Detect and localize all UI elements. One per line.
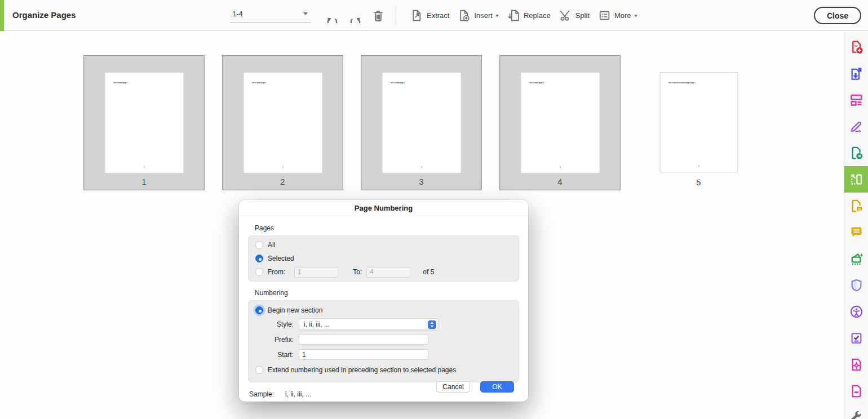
- export-pdf-tool[interactable]: [844, 60, 868, 87]
- cancel-button[interactable]: Cancel: [436, 381, 470, 393]
- ok-button[interactable]: OK: [480, 381, 514, 393]
- insert-label: Insert: [474, 11, 493, 20]
- organize-pages-tool[interactable]: [844, 166, 868, 193]
- more-list-icon: [597, 8, 612, 23]
- request-signatures-tool[interactable]: [844, 193, 868, 219]
- numbering-group: Begin new section Style: i, ii, iii, ...…: [248, 300, 519, 382]
- dialog-title: Page Numbering: [239, 200, 528, 216]
- page-body-text: This is demo page 4: [529, 82, 543, 84]
- page-body-text: This is demo page 2: [251, 82, 266, 84]
- chevron-down-icon: [495, 15, 499, 17]
- split-label: Split: [575, 11, 590, 20]
- scan-ocr-tool[interactable]: [844, 246, 868, 272]
- add-tools-button[interactable]: [844, 404, 868, 419]
- page-preview: This is demo page 2 2: [243, 73, 322, 173]
- prefix-input[interactable]: [299, 334, 428, 345]
- chevron-down-icon: [634, 15, 637, 17]
- page-preview: This is demo page 1 1: [105, 73, 183, 173]
- accessibility-tool[interactable]: [844, 298, 868, 325]
- page-thumbnail-3[interactable]: This is demo page 3 3 3: [361, 55, 482, 190]
- extend-numbering-label: Extend numbering used in preceding secti…: [268, 366, 456, 374]
- select-stepper-icon: [428, 320, 436, 329]
- from-input[interactable]: [294, 267, 338, 278]
- insert-button[interactable]: Insert: [457, 8, 499, 23]
- thumbnail-label: 1: [84, 177, 204, 186]
- compress-pdf-tool[interactable]: [844, 351, 868, 378]
- style-select-value: i, ii, iii, ...: [304, 320, 330, 328]
- begin-new-section-radio[interactable]: [255, 306, 263, 314]
- all-radio[interactable]: [255, 241, 263, 249]
- chevron-down-icon: [303, 12, 308, 15]
- rotate-left-button[interactable]: [325, 8, 340, 23]
- scan-ocr-icon: [849, 251, 864, 266]
- compress-pdf-icon: [849, 357, 864, 372]
- page-footer-number: 5: [679, 165, 718, 167]
- numbering-section-label: Numbering: [255, 289, 519, 297]
- page-preview: This is demo page 3 3: [382, 73, 460, 173]
- page-body-text: This is demo page 3: [390, 82, 405, 84]
- thumbnail-label: 4: [500, 177, 620, 186]
- start-input[interactable]: [299, 349, 428, 360]
- selected-radio[interactable]: [255, 255, 263, 262]
- edit-pdf-tool[interactable]: [844, 87, 868, 113]
- extract-button[interactable]: Extract: [410, 8, 449, 23]
- organize-pages-icon: [849, 172, 864, 187]
- from-label: From:: [268, 268, 285, 276]
- comment-tool[interactable]: [844, 219, 868, 246]
- begin-new-section-label: Begin new section: [268, 306, 322, 314]
- toolbar-separator: [396, 7, 396, 24]
- page-preview: This is demo page 4 4: [521, 73, 599, 173]
- more-label: More: [614, 11, 631, 20]
- page-thumbnail-2[interactable]: This is demo page 2 2 2: [222, 55, 343, 190]
- page-numbering-dialog: Page Numbering Pages All Selected From: …: [239, 200, 528, 402]
- prepare-form-tool[interactable]: [844, 325, 868, 351]
- replace-button[interactable]: Replace: [507, 8, 551, 23]
- start-label: Start:: [255, 351, 294, 359]
- to-input[interactable]: [366, 267, 410, 278]
- shield-icon: [849, 278, 864, 293]
- from-radio[interactable]: [255, 268, 263, 276]
- page-footer-number: 3: [402, 166, 441, 168]
- redact-icon: [849, 384, 864, 399]
- page-thumbnail-1[interactable]: This is demo page 1 1 1: [83, 55, 205, 190]
- insert-icon: [457, 8, 471, 23]
- accessibility-icon: [849, 304, 864, 319]
- page-thumbnail-5[interactable]: This is the extra content page, page 5 5…: [638, 55, 759, 190]
- document-comment-icon: [849, 198, 864, 213]
- page-range-dropdown[interactable]: 1-4: [230, 8, 311, 23]
- share-pdf-tool[interactable]: [844, 140, 868, 166]
- page-range-value: 1-4: [232, 10, 243, 18]
- more-button[interactable]: More: [597, 8, 637, 23]
- create-pdf-tool[interactable]: [844, 34, 868, 60]
- replace-label: Replace: [524, 11, 551, 20]
- create-pdf-icon: [849, 39, 864, 55]
- style-label: Style:: [255, 320, 294, 328]
- export-pdf-icon: [849, 66, 864, 81]
- page-body-text: This is demo page 1: [113, 82, 127, 84]
- pages-section-label: Pages: [255, 224, 519, 232]
- rotate-right-button[interactable]: [348, 8, 363, 23]
- split-scissors-icon: [559, 8, 573, 23]
- replace-icon: [507, 8, 521, 23]
- of-total-label: of 5: [423, 268, 434, 276]
- page-body-text: This is the extra content page, page 5: [668, 82, 695, 84]
- top-toolbar: Organize Pages 1-4: [0, 0, 868, 31]
- close-button[interactable]: Close: [814, 7, 861, 24]
- redact-tool[interactable]: [844, 378, 868, 404]
- page-thumbnail-4[interactable]: This is demo page 4 4 4: [499, 55, 621, 190]
- extend-numbering-radio[interactable]: [255, 366, 263, 374]
- page-preview: This is the extra content page, page 5 5: [659, 72, 738, 172]
- fill-and-sign-tool[interactable]: [844, 113, 868, 140]
- prefix-label: Prefix:: [255, 336, 294, 344]
- wrench-plus-icon: [849, 410, 864, 419]
- checkbox-form-icon: [849, 331, 864, 346]
- fill-sign-pen-icon: [849, 119, 864, 134]
- split-button[interactable]: Split: [559, 8, 590, 23]
- edit-pdf-icon: [849, 92, 864, 108]
- trash-icon: [371, 8, 386, 23]
- delete-pages-button[interactable]: [371, 8, 386, 23]
- style-select[interactable]: i, ii, iii, ...: [299, 318, 439, 330]
- protect-tool[interactable]: [844, 272, 868, 298]
- thumbnail-label: 5: [638, 177, 759, 187]
- rotate-right-icon: [348, 8, 363, 23]
